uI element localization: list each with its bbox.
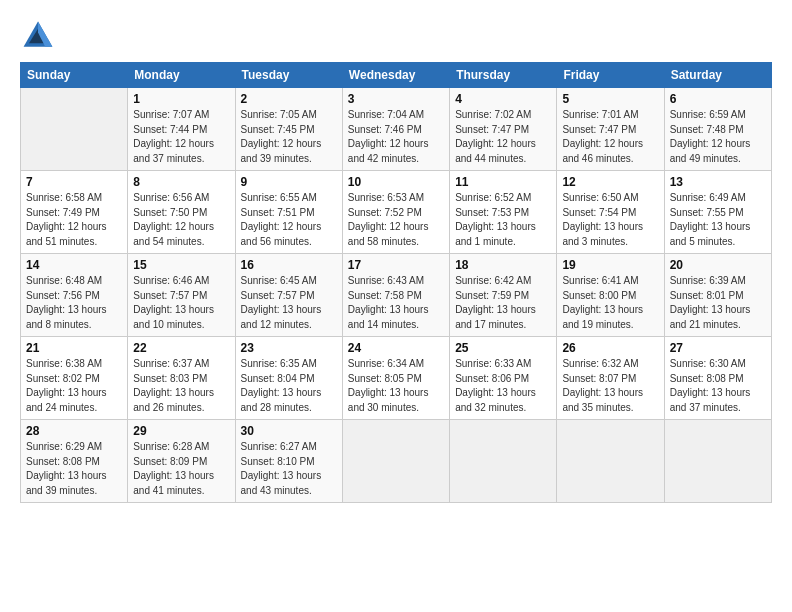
calendar-cell: 17Sunrise: 6:43 AM Sunset: 7:58 PM Dayli…	[342, 254, 449, 337]
calendar-day-header: Tuesday	[235, 63, 342, 88]
day-info: Sunrise: 6:37 AM Sunset: 8:03 PM Dayligh…	[133, 357, 229, 415]
calendar-day-header: Sunday	[21, 63, 128, 88]
calendar-day-header: Friday	[557, 63, 664, 88]
day-number: 11	[455, 175, 551, 189]
day-number: 23	[241, 341, 337, 355]
calendar-cell: 20Sunrise: 6:39 AM Sunset: 8:01 PM Dayli…	[664, 254, 771, 337]
calendar-cell: 29Sunrise: 6:28 AM Sunset: 8:09 PM Dayli…	[128, 420, 235, 503]
day-number: 18	[455, 258, 551, 272]
day-info: Sunrise: 6:43 AM Sunset: 7:58 PM Dayligh…	[348, 274, 444, 332]
day-number: 24	[348, 341, 444, 355]
logo	[20, 18, 60, 54]
calendar-cell: 12Sunrise: 6:50 AM Sunset: 7:54 PM Dayli…	[557, 171, 664, 254]
day-info: Sunrise: 7:05 AM Sunset: 7:45 PM Dayligh…	[241, 108, 337, 166]
day-info: Sunrise: 6:59 AM Sunset: 7:48 PM Dayligh…	[670, 108, 766, 166]
day-number: 29	[133, 424, 229, 438]
day-number: 4	[455, 92, 551, 106]
calendar-cell: 19Sunrise: 6:41 AM Sunset: 8:00 PM Dayli…	[557, 254, 664, 337]
day-number: 5	[562, 92, 658, 106]
calendar-cell	[21, 88, 128, 171]
calendar-cell	[557, 420, 664, 503]
calendar-cell: 25Sunrise: 6:33 AM Sunset: 8:06 PM Dayli…	[450, 337, 557, 420]
day-number: 1	[133, 92, 229, 106]
day-info: Sunrise: 6:42 AM Sunset: 7:59 PM Dayligh…	[455, 274, 551, 332]
calendar-cell: 4Sunrise: 7:02 AM Sunset: 7:47 PM Daylig…	[450, 88, 557, 171]
calendar-cell: 3Sunrise: 7:04 AM Sunset: 7:46 PM Daylig…	[342, 88, 449, 171]
calendar-week-row: 1Sunrise: 7:07 AM Sunset: 7:44 PM Daylig…	[21, 88, 772, 171]
calendar-cell: 30Sunrise: 6:27 AM Sunset: 8:10 PM Dayli…	[235, 420, 342, 503]
day-number: 16	[241, 258, 337, 272]
day-number: 12	[562, 175, 658, 189]
day-number: 17	[348, 258, 444, 272]
calendar-day-header: Thursday	[450, 63, 557, 88]
day-info: Sunrise: 7:01 AM Sunset: 7:47 PM Dayligh…	[562, 108, 658, 166]
day-number: 21	[26, 341, 122, 355]
day-info: Sunrise: 6:46 AM Sunset: 7:57 PM Dayligh…	[133, 274, 229, 332]
calendar-cell	[664, 420, 771, 503]
day-number: 6	[670, 92, 766, 106]
day-info: Sunrise: 6:48 AM Sunset: 7:56 PM Dayligh…	[26, 274, 122, 332]
calendar-table: SundayMondayTuesdayWednesdayThursdayFrid…	[20, 62, 772, 503]
day-info: Sunrise: 6:45 AM Sunset: 7:57 PM Dayligh…	[241, 274, 337, 332]
calendar-cell: 9Sunrise: 6:55 AM Sunset: 7:51 PM Daylig…	[235, 171, 342, 254]
day-number: 15	[133, 258, 229, 272]
day-info: Sunrise: 6:38 AM Sunset: 8:02 PM Dayligh…	[26, 357, 122, 415]
day-info: Sunrise: 6:28 AM Sunset: 8:09 PM Dayligh…	[133, 440, 229, 498]
day-number: 25	[455, 341, 551, 355]
calendar-day-header: Monday	[128, 63, 235, 88]
day-info: Sunrise: 6:53 AM Sunset: 7:52 PM Dayligh…	[348, 191, 444, 249]
header	[20, 18, 772, 54]
calendar-cell: 18Sunrise: 6:42 AM Sunset: 7:59 PM Dayli…	[450, 254, 557, 337]
calendar-header-row: SundayMondayTuesdayWednesdayThursdayFrid…	[21, 63, 772, 88]
calendar-cell: 1Sunrise: 7:07 AM Sunset: 7:44 PM Daylig…	[128, 88, 235, 171]
page: SundayMondayTuesdayWednesdayThursdayFrid…	[0, 0, 792, 513]
day-number: 20	[670, 258, 766, 272]
day-info: Sunrise: 6:58 AM Sunset: 7:49 PM Dayligh…	[26, 191, 122, 249]
calendar-cell: 5Sunrise: 7:01 AM Sunset: 7:47 PM Daylig…	[557, 88, 664, 171]
calendar-cell: 16Sunrise: 6:45 AM Sunset: 7:57 PM Dayli…	[235, 254, 342, 337]
calendar-cell: 28Sunrise: 6:29 AM Sunset: 8:08 PM Dayli…	[21, 420, 128, 503]
day-number: 8	[133, 175, 229, 189]
day-info: Sunrise: 7:04 AM Sunset: 7:46 PM Dayligh…	[348, 108, 444, 166]
day-number: 28	[26, 424, 122, 438]
day-info: Sunrise: 7:02 AM Sunset: 7:47 PM Dayligh…	[455, 108, 551, 166]
day-number: 26	[562, 341, 658, 355]
calendar-cell: 24Sunrise: 6:34 AM Sunset: 8:05 PM Dayli…	[342, 337, 449, 420]
day-info: Sunrise: 6:33 AM Sunset: 8:06 PM Dayligh…	[455, 357, 551, 415]
calendar-cell: 6Sunrise: 6:59 AM Sunset: 7:48 PM Daylig…	[664, 88, 771, 171]
calendar-cell: 22Sunrise: 6:37 AM Sunset: 8:03 PM Dayli…	[128, 337, 235, 420]
day-number: 13	[670, 175, 766, 189]
day-number: 30	[241, 424, 337, 438]
calendar-cell: 23Sunrise: 6:35 AM Sunset: 8:04 PM Dayli…	[235, 337, 342, 420]
day-info: Sunrise: 6:32 AM Sunset: 8:07 PM Dayligh…	[562, 357, 658, 415]
day-number: 22	[133, 341, 229, 355]
day-info: Sunrise: 6:49 AM Sunset: 7:55 PM Dayligh…	[670, 191, 766, 249]
day-info: Sunrise: 6:34 AM Sunset: 8:05 PM Dayligh…	[348, 357, 444, 415]
day-info: Sunrise: 6:30 AM Sunset: 8:08 PM Dayligh…	[670, 357, 766, 415]
day-number: 19	[562, 258, 658, 272]
calendar-cell: 13Sunrise: 6:49 AM Sunset: 7:55 PM Dayli…	[664, 171, 771, 254]
day-info: Sunrise: 6:29 AM Sunset: 8:08 PM Dayligh…	[26, 440, 122, 498]
calendar-day-header: Saturday	[664, 63, 771, 88]
calendar-week-row: 7Sunrise: 6:58 AM Sunset: 7:49 PM Daylig…	[21, 171, 772, 254]
day-number: 10	[348, 175, 444, 189]
calendar-cell: 21Sunrise: 6:38 AM Sunset: 8:02 PM Dayli…	[21, 337, 128, 420]
calendar-cell: 7Sunrise: 6:58 AM Sunset: 7:49 PM Daylig…	[21, 171, 128, 254]
day-number: 7	[26, 175, 122, 189]
calendar-cell	[450, 420, 557, 503]
day-info: Sunrise: 6:35 AM Sunset: 8:04 PM Dayligh…	[241, 357, 337, 415]
calendar-cell: 26Sunrise: 6:32 AM Sunset: 8:07 PM Dayli…	[557, 337, 664, 420]
day-info: Sunrise: 6:55 AM Sunset: 7:51 PM Dayligh…	[241, 191, 337, 249]
calendar-cell: 10Sunrise: 6:53 AM Sunset: 7:52 PM Dayli…	[342, 171, 449, 254]
calendar-day-header: Wednesday	[342, 63, 449, 88]
day-number: 9	[241, 175, 337, 189]
day-info: Sunrise: 6:50 AM Sunset: 7:54 PM Dayligh…	[562, 191, 658, 249]
calendar-cell: 2Sunrise: 7:05 AM Sunset: 7:45 PM Daylig…	[235, 88, 342, 171]
day-info: Sunrise: 6:27 AM Sunset: 8:10 PM Dayligh…	[241, 440, 337, 498]
day-number: 2	[241, 92, 337, 106]
day-number: 14	[26, 258, 122, 272]
calendar-week-row: 21Sunrise: 6:38 AM Sunset: 8:02 PM Dayli…	[21, 337, 772, 420]
day-info: Sunrise: 7:07 AM Sunset: 7:44 PM Dayligh…	[133, 108, 229, 166]
calendar-cell: 14Sunrise: 6:48 AM Sunset: 7:56 PM Dayli…	[21, 254, 128, 337]
calendar-cell: 11Sunrise: 6:52 AM Sunset: 7:53 PM Dayli…	[450, 171, 557, 254]
